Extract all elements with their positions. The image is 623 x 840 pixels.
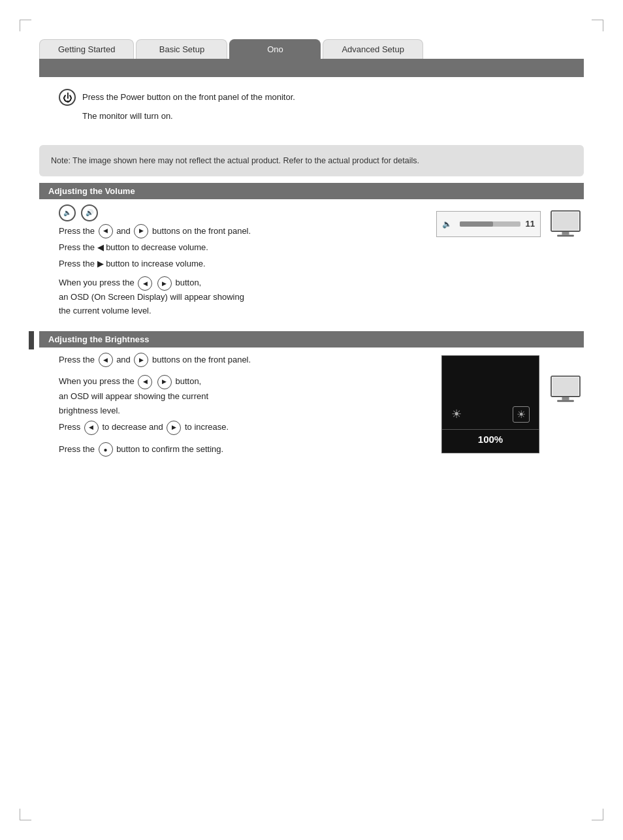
osd-volume-bar: [460, 221, 520, 227]
arrow-left-icon-vol: ◀: [99, 224, 113, 238]
brightness-text: Press the ◀ and ▶ buttons on the front p…: [59, 353, 422, 457]
corner-mark-bl: [20, 809, 31, 820]
note-box: Note: The image shown here may not refle…: [39, 145, 584, 176]
svg-rect-7: [557, 400, 574, 402]
bright-text-spacer2: [59, 437, 422, 442]
bright-text-spacer: [59, 369, 422, 374]
osd-volume-display: 🔈 11: [436, 211, 541, 237]
bright-text-2: When you press the ◀ ▶ button, an OSD wi…: [59, 374, 422, 418]
power-text-line1: Press the Power button on the front pane…: [82, 91, 295, 104]
tab-getting-started[interactable]: Getting Started: [39, 39, 134, 59]
svg-rect-1: [552, 212, 579, 230]
osd-brightness-percent: 100%: [442, 429, 539, 445]
volume-text: 🔈 🔊 Press the ◀ and ▶ buttons on the fro…: [59, 204, 417, 318]
power-row: ⏻ Press the Power button on the front pa…: [59, 89, 584, 106]
tab-ono[interactable]: Ono: [229, 39, 321, 59]
sun-icon-large: ☀: [513, 406, 530, 423]
header-bar: [39, 59, 584, 77]
circle-dot-icon: ●: [99, 442, 113, 457]
speaker-low-icon: 🔈: [59, 204, 76, 221]
volume-display-col: 🔈 11: [436, 210, 584, 238]
vol-text-3: Press the ▶ button to increase volume.: [59, 257, 417, 271]
tab-bar: Getting Started Basic Setup Ono Advanced…: [39, 39, 584, 59]
svg-rect-3: [557, 234, 574, 236]
volume-section: 🔈 🔊 Press the ◀ and ▶ buttons on the fro…: [39, 199, 584, 325]
vol-osd-monitor: 🔈 11: [436, 210, 584, 238]
monitor-svg-bright: [547, 375, 584, 404]
arrow-left-icon-bright: ◀: [99, 353, 113, 367]
vol-text-2: Press the ◀ button to decrease volume.: [59, 240, 417, 255]
left-accent-bar: [29, 331, 34, 349]
tab-basic-setup[interactable]: Basic Setup: [136, 39, 227, 59]
arrow-right-icon-bright3: ▶: [167, 421, 181, 435]
arrow-right-icon-vol2: ▶: [157, 276, 172, 291]
corner-mark-tr: [592, 20, 603, 31]
arrow-left-icon-bright3: ◀: [84, 421, 99, 435]
osd-brightness-display: ☀ ☀ 100%: [441, 355, 539, 453]
corner-mark-tl: [20, 20, 31, 31]
brightness-section: Press the ◀ and ▶ buttons on the front p…: [39, 347, 584, 463]
arrow-right-icon-vol: ▶: [134, 224, 148, 238]
sun-icon-small: ☀: [451, 407, 462, 421]
svg-rect-5: [552, 378, 579, 396]
main-content: Getting Started Basic Setup Ono Advanced…: [39, 39, 584, 801]
osd-bright-icons: ☀ ☀: [442, 406, 539, 423]
power-row2: The monitor will turn on.: [59, 110, 584, 123]
vol-text-1: Press the ◀ and ▶ buttons on the front p…: [59, 224, 417, 239]
power-text-line2: The monitor will turn on.: [82, 110, 173, 123]
power-icon: ⏻: [59, 89, 76, 106]
svg-rect-2: [562, 231, 569, 234]
osd-volume-number: 11: [526, 219, 535, 229]
bright-text-1: Press the ◀ and ▶ buttons on the front p…: [59, 353, 422, 368]
svg-rect-6: [562, 397, 569, 400]
volume-section-header: Adjusting the Volume: [39, 183, 584, 199]
osd-volume-bar-fill: [460, 221, 493, 227]
arrow-right-icon-bright2: ▶: [157, 375, 172, 389]
monitor-icon-bright: [547, 375, 584, 404]
osd-speaker-icon: 🔈: [442, 219, 452, 229]
monitor-icon-vol: [547, 210, 584, 238]
arrow-left-icon-bright2: ◀: [138, 375, 152, 389]
vol-icons-row: 🔈 🔊: [59, 204, 417, 221]
arrow-right-icon-bright: ▶: [134, 353, 148, 367]
tab-advanced-setup[interactable]: Advanced Setup: [323, 39, 423, 59]
bright-text-3: Press ◀ to decrease and ▶ to increase.: [59, 420, 422, 435]
brightness-section-header: Adjusting the Brightness: [39, 331, 584, 347]
brightness-section-wrapper: Adjusting the Brightness: [39, 331, 584, 347]
bright-text-4: Press the ● button to confirm the settin…: [59, 442, 422, 457]
brightness-display-col: ☀ ☀ 100%: [441, 355, 584, 453]
corner-mark-br: [592, 809, 603, 820]
arrow-left-icon-vol2: ◀: [138, 276, 152, 291]
monitor-svg-vol: [547, 210, 584, 238]
speaker-high-icon: 🔊: [81, 204, 98, 221]
power-section: ⏻ Press the Power button on the front pa…: [39, 84, 584, 136]
bright-osd-monitor: ☀ ☀ 100%: [441, 355, 584, 453]
vol-text-4: When you press the ◀ ▶ button, an OSD (O…: [59, 276, 417, 318]
